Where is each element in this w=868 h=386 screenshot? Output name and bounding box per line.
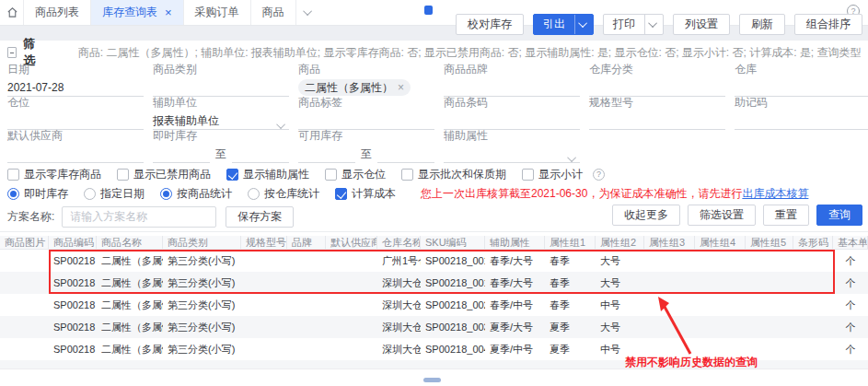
column-header[interactable]: 商品编码 <box>49 236 97 249</box>
home-icon[interactable] <box>0 0 24 25</box>
chevron-down-icon[interactable] <box>574 15 593 34</box>
field-available-stock[interactable]: 可用库存 至 <box>298 129 434 163</box>
column-header[interactable]: 条形码 <box>793 236 833 249</box>
column-header[interactable]: 属性组3 <box>644 236 695 249</box>
refresh-button[interactable]: 刷新 <box>739 14 785 35</box>
instant-stock-min-input[interactable] <box>153 146 210 163</box>
field-aux-unit[interactable]: 辅助单位 报表辅助单位 <box>153 96 289 130</box>
column-header[interactable]: 商品名称 <box>97 236 163 249</box>
table-row[interactable]: SP00218二属性（多属性）第三分类(小写)广州1号仓SP00218_001春… <box>0 250 868 272</box>
field-value[interactable] <box>735 79 868 97</box>
field-warehouse[interactable]: 仓库 <box>735 63 868 97</box>
checkbox-calc-cost[interactable]: 计算成本 <box>335 186 396 202</box>
field-product-tag[interactable]: 商品标签 <box>298 96 434 130</box>
plan-name-input[interactable] <box>62 206 216 228</box>
check-stock-button[interactable]: 校对库存 <box>456 14 524 35</box>
chevron-down-icon[interactable] <box>644 15 663 34</box>
field-value[interactable] <box>298 112 434 130</box>
field-value[interactable]: 2021-07-28 <box>7 79 144 97</box>
column-header[interactable]: 辅助属性 <box>485 236 545 249</box>
table-cell: 深圳大仓 <box>377 294 421 316</box>
field-value[interactable] <box>7 112 144 130</box>
column-header[interactable]: 商品类别 <box>163 236 241 249</box>
horizontal-scrollbar[interactable] <box>423 378 441 382</box>
available-stock-max-input[interactable] <box>377 146 434 163</box>
field-warehouse-category[interactable]: 仓库分类 <box>589 63 725 97</box>
field-position[interactable]: 仓位 <box>7 96 144 130</box>
tab-product[interactable]: 商品 <box>250 0 296 25</box>
filter-settings-button[interactable]: 筛选设置 <box>688 205 756 226</box>
field-value[interactable] <box>444 112 580 130</box>
column-header[interactable]: 品牌 <box>287 236 326 249</box>
field-default-supplier[interactable]: 默认供应商 <box>7 129 144 163</box>
field-value[interactable] <box>589 79 725 97</box>
cost-calc-link[interactable]: 出库成本核算 <box>742 187 808 200</box>
column-header[interactable]: 属性组1 <box>545 236 596 249</box>
radio-instant-stock[interactable]: 即时库存 <box>7 186 68 202</box>
reset-button[interactable]: 重置 <box>763 205 809 226</box>
tab-inventory-query[interactable]: 库存查询表 × <box>90 0 184 25</box>
checkbox-show-aux-attr[interactable]: 显示辅助属性 <box>226 167 309 182</box>
instant-stock-max-input[interactable] <box>232 146 289 163</box>
field-spec[interactable]: 规格型号 <box>589 96 725 130</box>
table-row[interactable]: SP00218二属性（多属性）第三分类(小写)深圳大仓SP00218_002春季… <box>0 294 868 316</box>
combo-sort-button[interactable]: 组合排序 <box>794 14 862 35</box>
column-settings-button[interactable]: 列设置 <box>673 14 730 35</box>
field-value[interactable] <box>7 146 144 163</box>
field-instant-stock[interactable]: 即时库存 至 <box>153 129 289 163</box>
column-header[interactable]: 属性组5 <box>746 236 793 249</box>
radio-by-warehouse[interactable]: 按仓库统计 <box>248 186 319 202</box>
pin-icon[interactable] <box>424 6 433 15</box>
field-date[interactable]: 日期 2021-07-28 <box>7 63 144 97</box>
table-cell: 深圳大仓 <box>377 338 421 360</box>
column-header[interactable]: SKU编码 <box>421 236 485 249</box>
field-value[interactable] <box>589 112 725 130</box>
checkbox-show-zero-stock[interactable]: 显示零库存商品 <box>7 167 101 182</box>
field-value[interactable]: 报表辅助单位 <box>153 112 289 130</box>
chevron-down-icon[interactable] <box>296 0 321 25</box>
radio-by-product[interactable]: 按商品统计 <box>160 186 232 202</box>
column-header[interactable]: 规格型号 <box>241 236 287 249</box>
checkbox-show-position[interactable]: 显示仓位 <box>325 167 386 182</box>
field-mnemonic[interactable]: 助记码 <box>735 96 868 130</box>
tab-purchase-order[interactable]: 采购订单 <box>183 0 251 25</box>
close-icon[interactable]: × <box>165 6 172 18</box>
column-header[interactable]: 默认供应商 <box>326 236 377 249</box>
table-cell <box>746 316 793 338</box>
checkbox-show-disabled[interactable]: 显示已禁用商品 <box>117 167 211 182</box>
checkbox-icon <box>117 169 129 181</box>
table-row[interactable]: SP00218二属性（多属性）第三分类(小写)深圳大仓SP00218_001春季… <box>0 272 868 294</box>
field-aux-attr[interactable]: 辅助属性 <box>444 129 580 163</box>
field-value[interactable] <box>153 79 289 97</box>
field-value[interactable] <box>444 79 580 97</box>
help-icon[interactable]: ? <box>593 169 605 181</box>
field-value[interactable] <box>444 146 580 163</box>
column-header[interactable]: 仓库名称 <box>377 236 421 249</box>
radio-specified-date[interactable]: 指定日期 <box>84 186 145 202</box>
column-header[interactable]: 商品图片 <box>0 236 49 249</box>
column-header[interactable]: 基本单位 <box>833 236 868 249</box>
save-plan-button[interactable]: 保存方案 <box>226 206 294 228</box>
chevron-down-icon[interactable] <box>570 150 576 167</box>
column-header[interactable]: 属性组4 <box>695 236 746 249</box>
close-icon[interactable]: × <box>398 82 404 93</box>
field-value[interactable]: 二属性（多属性） × <box>298 79 434 97</box>
checkbox-show-batch[interactable]: 显示批次和保质期 <box>401 167 506 182</box>
print-button[interactable]: 打印 <box>603 14 664 35</box>
checkbox-show-subtotal[interactable]: 显示小计 <box>522 167 583 182</box>
table-row[interactable]: SP00218二属性（多属性）第三分类(小写)深圳大仓SP00218_003夏季… <box>0 316 868 338</box>
column-header[interactable]: 属性组2 <box>596 236 644 249</box>
field-value[interactable] <box>735 112 868 130</box>
collapse-more-button[interactable]: 收起更多 <box>612 205 680 226</box>
query-button[interactable]: 查询 <box>816 205 862 226</box>
field-product[interactable]: 商品 二属性（多属性） × <box>298 63 434 97</box>
table-cell: SP00218_001 <box>421 272 485 294</box>
field-brand[interactable]: 商品品牌 <box>444 63 580 97</box>
export-button[interactable]: 引出 <box>533 14 594 35</box>
tab-product-list[interactable]: 商品列表 <box>23 0 91 25</box>
collapse-icon[interactable] <box>7 47 17 58</box>
available-stock-min-input[interactable] <box>298 146 355 163</box>
field-category[interactable]: 商品类别 <box>153 63 289 97</box>
product-tag-chip[interactable]: 二属性（多属性） × <box>298 79 411 96</box>
field-barcode[interactable]: 商品条码 <box>444 96 580 130</box>
